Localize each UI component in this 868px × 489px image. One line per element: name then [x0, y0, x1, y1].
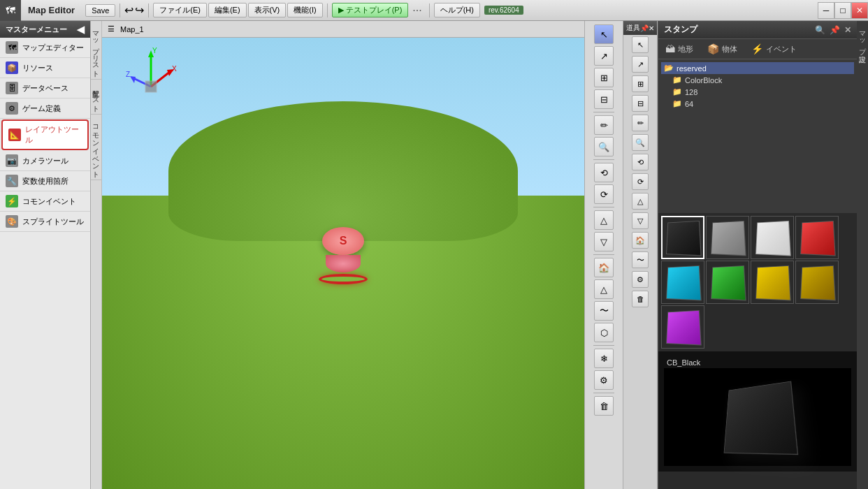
- camera-icon: 📷: [6, 154, 18, 167]
- dougu-tool-6[interactable]: 🔍: [632, 134, 649, 151]
- stamp-cell-yellow[interactable]: [751, 261, 794, 304]
- delete-button[interactable]: 🗑: [594, 396, 614, 416]
- tool-separator-3: [593, 207, 614, 207]
- stamp-cell-gray[interactable]: [706, 216, 749, 259]
- preview-box: [664, 368, 851, 466]
- vtab-maplist[interactable]: マップリスト: [91, 21, 101, 80]
- toolbar: Save ↩ ↪ ファイル(E) 編集(E) 表示(V) 機能(I) ▶ テスト…: [82, 3, 818, 17]
- file-menu[interactable]: ファイル(E): [153, 3, 207, 17]
- help-menu[interactable]: ヘルプ(H): [434, 3, 480, 17]
- stamp-cell-red[interactable]: [795, 216, 839, 259]
- stamp-cell-cyan[interactable]: [661, 261, 704, 304]
- tree-item-64[interactable]: 📁 64: [661, 98, 854, 110]
- map-menu-icon[interactable]: ☰: [108, 24, 115, 34]
- svg-marker-7: [130, 76, 136, 83]
- stamp-tab-object[interactable]: 📦 物体: [703, 42, 742, 56]
- vertical-tabs: マップリスト 配置リスト コモンイベント: [91, 21, 102, 489]
- sep2: [148, 3, 149, 17]
- tree-item-colorblock[interactable]: 📁 ColorBlock: [661, 74, 854, 86]
- vtab-placelist[interactable]: 配置リスト: [91, 80, 101, 115]
- stamp-tab-event[interactable]: ⚡ イベント: [747, 42, 801, 56]
- rotate-left-button[interactable]: ⟲: [594, 163, 614, 182]
- dougu-tool-5[interactable]: ✏: [632, 115, 649, 131]
- redo-button[interactable]: ↪: [135, 3, 144, 17]
- stamp-cell-purple[interactable]: [661, 305, 704, 349]
- hex-button[interactable]: ⬡: [594, 323, 614, 342]
- dougu-tool-1[interactable]: ↖: [632, 36, 649, 53]
- titlebar: 🗺 Map Editor Save ↩ ↪ ファイル(E) 編集(E) 表示(V…: [0, 0, 868, 21]
- tool-separator-2: [593, 159, 614, 160]
- character-object[interactable]: S: [319, 227, 368, 286]
- sidebar-item-common-event[interactable]: ⚡ コモンイベント: [0, 191, 90, 212]
- sidebar-item-variables[interactable]: 🔧 変数使用箇所: [0, 171, 90, 191]
- sidebar-item-mapeditor[interactable]: 🗺 マップエディター: [0, 38, 90, 58]
- folder-open-icon: 📂: [664, 64, 674, 73]
- tool-separator-4: [593, 254, 614, 255]
- zoom-tool-button[interactable]: 🔍: [594, 137, 614, 156]
- rotate-right-button[interactable]: ⟳: [594, 184, 614, 204]
- dougu-tool-3[interactable]: ⊞: [632, 75, 649, 92]
- paint-tool-button[interactable]: ✏: [594, 115, 614, 135]
- view-menu[interactable]: 表示(V): [248, 3, 287, 17]
- dougu-tool-7[interactable]: ⟲: [632, 154, 649, 170]
- character-body: S: [322, 227, 364, 255]
- svg-text:Z: Z: [126, 71, 130, 78]
- tool-separator-5: [593, 345, 614, 346]
- sidebar-item-layout[interactable]: 📐 レイアウトツール: [1, 119, 89, 150]
- dougu-header: 道具 📌 ✕: [623, 21, 657, 35]
- home-button[interactable]: 🏠: [594, 258, 614, 277]
- vtab-commonevent[interactable]: コモンイベント: [91, 115, 101, 180]
- snow-button[interactable]: ❄: [594, 349, 614, 368]
- folder-closed-icon-3: 📁: [672, 99, 682, 108]
- play-button[interactable]: ▶ テストプレイ(P): [332, 3, 409, 17]
- stamp-cell-black[interactable]: [661, 216, 704, 259]
- edit-menu[interactable]: 編集(E): [208, 3, 247, 17]
- grid-tool-button[interactable]: ⊞: [594, 68, 614, 87]
- dougu-close-button[interactable]: ✕: [649, 24, 654, 32]
- stamp-cell-white[interactable]: [751, 216, 794, 259]
- stamp-cell-darkyellow[interactable]: [795, 261, 839, 304]
- terrain-tab-icon: 🏔: [665, 43, 675, 54]
- raise-button[interactable]: △: [594, 210, 614, 230]
- sidebar-item-gamedef[interactable]: ⚙ ゲーム定義: [0, 98, 90, 119]
- sidebar-item-sprite[interactable]: 🎨 スプライトツール: [0, 212, 90, 232]
- map-settings-label[interactable]: マップ設定: [857, 21, 868, 56]
- undo-button[interactable]: ↩: [124, 3, 133, 17]
- more-button[interactable]: ···: [412, 4, 421, 17]
- move-tool-button[interactable]: ↗: [594, 46, 614, 66]
- map-canvas[interactable]: Y X Z S: [102, 38, 584, 489]
- sidebar-item-camera[interactable]: 📷 カメラツール: [0, 151, 90, 171]
- stamp-cell-green[interactable]: [706, 261, 749, 304]
- sidebar-item-resource[interactable]: 📦 リソース: [0, 58, 90, 78]
- dougu-tool-4[interactable]: ⊟: [632, 95, 649, 112]
- remove-tool-button[interactable]: ⊟: [594, 89, 614, 109]
- sidebar-collapse-button[interactable]: ◀: [77, 24, 85, 35]
- stamp-close-button[interactable]: ✕: [844, 25, 851, 35]
- lower-button[interactable]: ▽: [594, 232, 614, 251]
- wave-button[interactable]: 〜: [594, 301, 614, 321]
- dougu-tool-9[interactable]: △: [632, 193, 649, 210]
- close-button[interactable]: ✕: [851, 2, 868, 19]
- dougu-tool-2[interactable]: ↗: [632, 56, 649, 73]
- dougu-tool-12[interactable]: 〜: [632, 251, 649, 268]
- sidebar-item-database[interactable]: 🗄 データベース: [0, 78, 90, 98]
- stamp-pin-icon: 📌: [830, 25, 840, 35]
- minimize-button[interactable]: ─: [818, 2, 834, 19]
- select-tool-button[interactable]: ↖: [594, 24, 614, 44]
- gear-button[interactable]: ⚙: [594, 370, 614, 390]
- stamp-tab-terrain[interactable]: 🏔 地形: [661, 42, 697, 56]
- mountain-button[interactable]: △: [594, 279, 614, 299]
- dougu-tool-10[interactable]: ▽: [632, 212, 649, 229]
- dougu-tool-8[interactable]: ⟳: [632, 173, 649, 190]
- maximize-button[interactable]: □: [834, 2, 851, 19]
- function-menu[interactable]: 機能(I): [287, 3, 322, 17]
- tree-item-128[interactable]: 📁 128: [661, 86, 854, 98]
- dougu-tool-13[interactable]: ⚙: [632, 271, 649, 288]
- save-button[interactable]: Save: [85, 4, 115, 17]
- event-tab-icon: ⚡: [751, 43, 763, 54]
- hill-terrain: [168, 101, 518, 241]
- dougu-tool-14[interactable]: 🗑: [632, 291, 649, 307]
- dougu-tool-11[interactable]: 🏠: [632, 232, 649, 249]
- dougu-pin-icon: 📌: [640, 24, 649, 32]
- tree-item-reserved[interactable]: 📂 reserved: [661, 62, 854, 74]
